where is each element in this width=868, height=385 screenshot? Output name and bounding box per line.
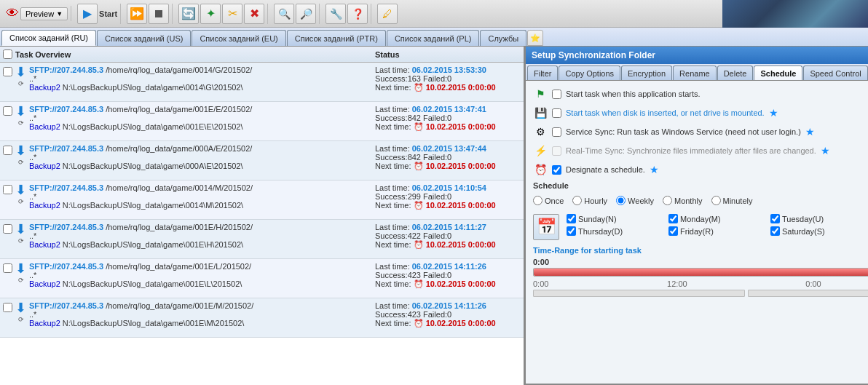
last-time-val: 06.02.2015 14:11:27 — [412, 223, 486, 231]
task-checkbox[interactable] — [3, 146, 12, 155]
setup-tab-encryption-label: Encryption — [628, 69, 666, 78]
setup-title: Setup Synchronization Folder — [532, 50, 655, 60]
next-time-val: 10.02.2015 0:00:00 — [426, 122, 496, 131]
preview-button[interactable]: Preview ▼ — [20, 7, 68, 20]
search1-icon: 🔍 — [278, 8, 291, 20]
radio-once[interactable]: Once — [533, 196, 564, 205]
task-dots-1: ..* — [29, 74, 36, 83]
start-on-launch-checkbox[interactable] — [552, 90, 561, 99]
day-thursday-checkbox[interactable] — [567, 226, 576, 236]
day-sunday-checkbox[interactable] — [567, 214, 576, 223]
day-friday-checkbox[interactable] — [668, 226, 678, 236]
delete-button[interactable]: ✖ — [244, 4, 264, 24]
search1-button[interactable]: 🔍 — [274, 4, 294, 24]
setup-tab-speed[interactable]: Speed Control — [803, 66, 867, 80]
start-on-disk-checkbox[interactable] — [552, 108, 561, 118]
radio-once-input[interactable] — [533, 196, 542, 205]
stop-button[interactable]: ⏹ — [149, 4, 169, 24]
day-tuesday[interactable]: Tuesday(U) — [770, 214, 858, 223]
radio-monthly[interactable]: Monthly — [663, 196, 703, 205]
preview-section: 👁 Preview ▼ — [3, 6, 71, 21]
next-time-label: Next time: ⏰ 10.02.2015 0:00:00 — [375, 240, 519, 250]
days-row-1: Sunday(N) Monday(M) Tuesday(U) Wednesday… — [567, 214, 868, 223]
tab-services[interactable]: Службы — [480, 30, 526, 46]
refresh-icon: 🔄 — [181, 7, 196, 20]
actions-section: 🔄 ✦ ✂ ✖ — [175, 4, 268, 24]
star-icon-2: ★ — [805, 126, 815, 138]
select-all-checkbox[interactable] — [3, 49, 12, 59]
time-tick-row: 0:00 12:00 0:00 12:00 — [533, 279, 868, 288]
day-saturday-checkbox[interactable] — [770, 226, 780, 236]
forward-button[interactable]: ⏩ — [127, 4, 147, 24]
play-button[interactable]: ▶ — [77, 4, 98, 24]
gear-icon: ⚙ — [533, 124, 548, 139]
setup-tab-delete[interactable]: Delete — [717, 66, 754, 80]
task-sftp-addr: SFTP://207.244.85.3 — [29, 262, 103, 271]
next-time-val: 10.02.2015 0:00:00 — [426, 319, 496, 328]
schedule-radio-group: Once Hourly Weekly Monthly Minutely — [533, 193, 868, 208]
tab-ptr[interactable]: Список заданий (PTR) — [287, 30, 386, 46]
day-friday[interactable]: Friday(R) — [668, 226, 756, 236]
task-backup-label: Backup2 — [29, 201, 60, 210]
setup-tab-encryption[interactable]: Encryption — [621, 66, 672, 80]
tab-us[interactable]: Список заданий (US) — [97, 30, 191, 46]
task-info-left: ⬇ ⟳ SFTP://207.244.85.3 /home/rq/log_dat… — [0, 259, 371, 298]
refresh-button[interactable]: 🔄 — [178, 4, 199, 24]
day-sunday[interactable]: Sunday(N) — [567, 214, 654, 223]
designate-schedule-checkbox[interactable] — [552, 165, 561, 175]
option-service-sync: ⚙ Service Sync: Run task as Windows Serv… — [533, 124, 868, 139]
task-checkbox[interactable] — [3, 263, 12, 273]
settings-button[interactable]: 🔧 — [326, 4, 346, 24]
day-tuesday-checkbox[interactable] — [770, 214, 780, 223]
tab-pl[interactable]: Список заданий (PL) — [387, 30, 480, 46]
mini-slider-left[interactable] — [533, 290, 745, 297]
time-slider-track[interactable] — [533, 268, 868, 277]
radio-weekly-input[interactable] — [616, 196, 626, 205]
sync-icon: ⟳ — [18, 277, 24, 284]
start-section: ▶ Start — [74, 4, 121, 24]
task-backup-label: Backup2 — [29, 319, 60, 328]
setup-tab-schedule-label: Schedule — [760, 69, 796, 78]
mini-slider-right[interactable] — [748, 290, 868, 297]
add-button[interactable]: ✦ — [200, 4, 221, 24]
radio-hourly[interactable]: Hourly — [572, 196, 607, 205]
table-row: ⬇ ⟳ SFTP://207.244.85.3 /home/rq/log_dat… — [0, 298, 524, 338]
day-saturday[interactable]: Saturday(S) — [770, 226, 858, 236]
task-backup-label: Backup2 — [29, 162, 60, 170]
days-row-2: Thursday(D) Friday(R) Saturday(S) — [567, 226, 868, 236]
task-checkbox[interactable] — [3, 67, 12, 76]
option-designate-schedule: ⏰ Designate a schedule. ★ — [533, 162, 868, 177]
realtime-sync-checkbox[interactable] — [552, 146, 561, 156]
tab-ru[interactable]: Список заданий (RU) — [1, 30, 96, 46]
setup-tab-rename[interactable]: Rename — [673, 66, 717, 80]
day-thursday[interactable]: Thursday(D) — [567, 226, 654, 236]
radio-monthly-input[interactable] — [663, 196, 672, 205]
tab-eu[interactable]: Список заданий (EU) — [192, 30, 285, 46]
edit-button[interactable]: ✂ — [222, 4, 242, 24]
next-time-label: Next time: ⏰ 10.02.2015 0:00:00 — [375, 83, 519, 92]
task-checkbox[interactable] — [3, 224, 12, 234]
search2-button[interactable]: 🔎 — [296, 4, 316, 24]
help-button[interactable]: ❓ — [347, 4, 368, 24]
radio-weekly[interactable]: Weekly — [616, 196, 654, 205]
days-grid: Sunday(N) Monday(M) Tuesday(U) Wednesday… — [567, 214, 868, 239]
download-arrow-icon: ⬇ — [15, 105, 26, 118]
star-tab-button[interactable]: ⭐ — [527, 30, 543, 46]
tab-pl-label: Список заданий (PL) — [395, 34, 472, 43]
extra-button[interactable]: 🖊 — [377, 4, 398, 24]
day-monday-checkbox[interactable] — [668, 214, 678, 223]
task-checkbox[interactable] — [3, 185, 12, 194]
sync-icon: ⟳ — [18, 237, 24, 245]
day-monday[interactable]: Monday(M) — [668, 214, 756, 223]
radio-minutely-input[interactable] — [711, 196, 721, 205]
radio-hourly-input[interactable] — [572, 196, 582, 205]
start-on-disk-label: Start task when disk is inserted, or net… — [566, 108, 765, 117]
tick-12: 12:00 — [667, 279, 687, 288]
task-checkbox[interactable] — [3, 106, 12, 116]
radio-minutely[interactable]: Minutely — [711, 196, 753, 205]
service-sync-checkbox[interactable] — [552, 127, 561, 137]
setup-tab-schedule[interactable]: Schedule — [754, 66, 802, 80]
task-checkbox[interactable] — [3, 303, 12, 312]
setup-tab-copy[interactable]: Copy Options — [559, 66, 620, 80]
setup-tab-filter[interactable]: Filter — [527, 66, 558, 80]
